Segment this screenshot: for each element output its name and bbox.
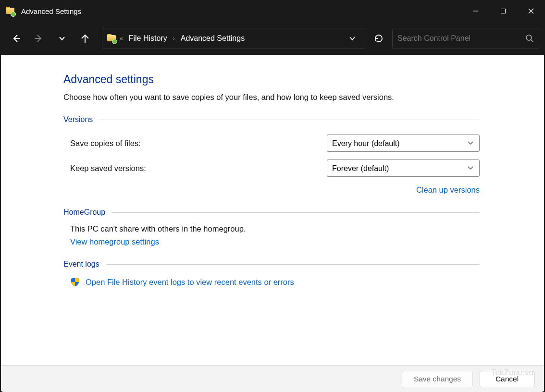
keep-versions-label: Keep saved versions: (70, 164, 327, 173)
homegroup-status: This PC can't share with others in the h… (63, 223, 480, 236)
chevron-down-icon (58, 35, 66, 42)
maximize-button[interactable] (489, 0, 517, 22)
close-icon (528, 8, 534, 14)
back-icon (11, 33, 21, 44)
homegroup-legend: HomeGroup (63, 208, 105, 217)
refresh-icon (374, 34, 384, 43)
address-bar[interactable]: « File History › Advanced Settings (102, 28, 365, 49)
page-description: Choose how often you want to save copies… (63, 93, 480, 102)
forward-button[interactable] (29, 29, 49, 48)
back-button[interactable] (6, 29, 26, 48)
svg-rect-1 (501, 9, 506, 13)
save-copies-label: Save copies of files: (70, 139, 327, 148)
svg-point-7 (526, 35, 532, 40)
address-history-button[interactable] (343, 29, 362, 48)
app-icon (6, 7, 14, 15)
search-input[interactable] (397, 34, 525, 43)
window-title: Advanced Settings (21, 7, 81, 15)
chevron-left-icon: « (119, 35, 124, 42)
footer-bar: Save changes Cancel (1, 365, 544, 392)
save-copies-select[interactable]: Every hour (default) (327, 135, 480, 152)
keep-versions-select[interactable]: Forever (default) (327, 159, 480, 177)
svg-line-8 (531, 40, 533, 42)
breadcrumb-item[interactable]: File History (127, 32, 169, 45)
shield-icon (70, 277, 80, 287)
page-heading: Advanced settings (63, 73, 480, 86)
divider (99, 120, 480, 120)
divider (112, 212, 480, 213)
eventlogs-section: Event logs Open File History event logs … (63, 260, 480, 287)
forward-icon (34, 33, 44, 44)
up-button[interactable] (75, 29, 95, 48)
recent-locations-button[interactable] (52, 29, 72, 48)
up-icon (80, 33, 90, 44)
divider (106, 264, 480, 265)
titlebar: Advanced Settings (0, 0, 545, 22)
search-icon (525, 34, 534, 43)
homegroup-settings-link[interactable]: View homegroup settings (70, 237, 159, 246)
homegroup-section: HomeGroup This PC can't share with other… (63, 208, 480, 248)
maximize-icon (500, 8, 506, 14)
minimize-button[interactable] (461, 0, 489, 22)
search-box[interactable] (392, 28, 539, 49)
minimize-icon (472, 8, 478, 14)
content-area: Advanced settings Choose how often you w… (1, 55, 544, 365)
eventlogs-legend: Event logs (63, 260, 99, 269)
save-changes-button[interactable]: Save changes (402, 371, 473, 387)
cancel-button[interactable]: Cancel (480, 371, 534, 387)
chevron-right-icon: › (172, 35, 176, 42)
eventlogs-link[interactable]: Open File History event logs to view rec… (86, 278, 294, 287)
refresh-button[interactable] (368, 28, 389, 49)
versions-section: Versions Save copies of files: Every hou… (63, 115, 480, 196)
chevron-down-icon (348, 35, 356, 42)
navbar: « File History › Advanced Settings (0, 22, 545, 55)
breadcrumb-item[interactable]: Advanced Settings (179, 32, 247, 45)
close-button[interactable] (517, 0, 545, 22)
address-folder-icon (107, 34, 116, 43)
cleanup-versions-link[interactable]: Clean up versions (416, 185, 480, 194)
versions-legend: Versions (63, 115, 93, 124)
